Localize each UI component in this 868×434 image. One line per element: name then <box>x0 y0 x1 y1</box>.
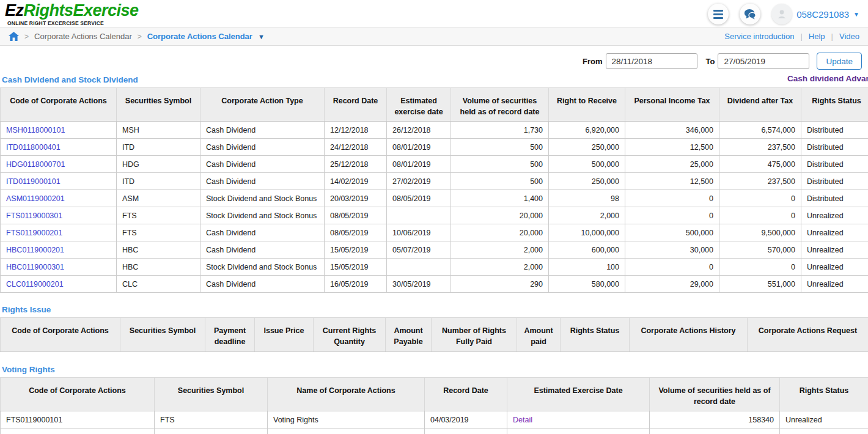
corporate-action-code-link[interactable]: MSH0118000101 <box>6 126 65 134</box>
table-row: HBC0119000201 HBC Cash Dividend 15/05/20… <box>1 241 868 259</box>
exercise-date-cell: 05/07/2019 <box>387 241 451 259</box>
corporate-action-code-link[interactable]: FTS0119000201 <box>6 229 62 237</box>
volume-cell: 2,000 <box>451 241 549 259</box>
corporate-action-code-link[interactable]: FTS0119000301 <box>6 211 62 220</box>
income-tax-cell: 0 <box>625 207 719 224</box>
column-header: Current Rights Quantity <box>314 318 386 351</box>
dividend-table-head: Code of Corporate ActionsSecurities Symb… <box>1 88 868 122</box>
breadcrumb-caret-icon[interactable]: ▼ <box>258 33 265 40</box>
breadcrumb-bar: > Corporate Actions Calendar > Corporate… <box>0 27 868 46</box>
chat-icon[interactable] <box>740 4 760 24</box>
rights-status-cell: Unrealized <box>801 224 868 241</box>
symbol-cell: ASM <box>117 190 200 207</box>
column-header: Payment deadline <box>205 318 255 351</box>
volume-cell: 500 <box>451 139 549 156</box>
breadcrumb-parent-link[interactable]: Corporate Actions Calendar <box>34 32 132 41</box>
code-cell: ITD0118000301 <box>1 428 155 434</box>
right-to-receive-cell: 100 <box>549 259 625 276</box>
table-row: ITD0118000301 ITD Voting Rights 24/12/20… <box>1 428 868 434</box>
breadcrumb-separator: > <box>138 32 142 41</box>
corporate-action-code-link[interactable]: ITD0119000101 <box>6 177 61 186</box>
column-header: Corporate Actions History <box>630 318 748 351</box>
code-cell: FTS0119000301 <box>1 207 117 224</box>
code-cell: MSH0118000101 <box>1 122 117 139</box>
column-header: Securities Symbol <box>155 377 268 411</box>
top-bar: EzRightsExercise ONLINE RIGHT EXCERCISE … <box>0 0 868 27</box>
corporate-action-code-link[interactable]: HDG0118000701 <box>6 160 65 169</box>
table-row: FTS0119000101 FTS Voting Rights 04/03/20… <box>1 411 868 428</box>
action-type-cell: Cash Dividend <box>200 139 325 156</box>
rights-issue-section-header: Rights Issue <box>0 304 868 314</box>
action-type-cell: Cash Dividend <box>200 156 325 173</box>
column-header: Dividend after Tax <box>719 88 801 122</box>
volume-cell: 1,730 <box>451 122 549 139</box>
nav-link[interactable]: Service introduction <box>724 32 794 41</box>
income-tax-cell: 25,000 <box>625 156 719 173</box>
column-header: Corporate Actions Request <box>748 318 868 351</box>
volume-cell: 2,000 <box>451 259 549 276</box>
cash-dividend-advance-link[interactable]: Cash dividend Advance <box>787 74 868 83</box>
rights-status-cell: Unrealized <box>801 276 868 293</box>
nav-link[interactable]: Help <box>794 32 825 41</box>
action-type-cell: Cash Dividend <box>200 276 325 293</box>
income-tax-cell: 12,500 <box>625 139 719 156</box>
corporate-action-code-link[interactable]: ASM0119000201 <box>6 194 65 203</box>
code-cell: CLC0119000201 <box>1 276 117 293</box>
detail-link[interactable]: Detail <box>513 416 532 424</box>
dividend-after-tax-cell: 9,500,000 <box>719 224 801 241</box>
column-header: Corporate Action Type <box>200 88 325 122</box>
right-to-receive-cell: 98 <box>549 190 625 207</box>
detail-cell: Detail <box>507 428 650 434</box>
breadcrumb: > Corporate Actions Calendar > Corporate… <box>9 32 265 41</box>
column-header: Name of Corporate Actions <box>268 377 425 411</box>
corporate-action-code-link[interactable]: HBC0119000201 <box>6 246 64 254</box>
symbol-cell: ITD <box>117 173 200 190</box>
volume-cell: 20,000 <box>451 207 549 224</box>
dividend-after-tax-cell: 6,574,000 <box>719 122 801 139</box>
column-header: Amount Payable <box>386 318 432 351</box>
corporate-action-code-link[interactable]: HBC0119000301 <box>6 263 64 271</box>
rights-status-cell: Unrealized <box>801 207 868 224</box>
corporate-action-code-link[interactable]: CLC0119000201 <box>6 280 64 289</box>
column-header: Rights Status <box>801 88 868 122</box>
column-header: Estimated Exercise Date <box>507 377 650 411</box>
rights-issue-section-title: Rights Issue <box>0 305 51 314</box>
voting-section-header: Voting Rights <box>0 364 868 374</box>
hamburger-icon <box>713 10 723 19</box>
record-date-cell: 20/03/2019 <box>325 190 387 207</box>
exercise-date-cell: 08/01/2019 <box>387 156 451 173</box>
menu-icon[interactable] <box>708 4 729 24</box>
home-icon[interactable] <box>9 32 19 41</box>
table-row: ASM0119000201 ASM Stock Dividend and Sto… <box>1 190 868 207</box>
income-tax-cell: 346,000 <box>625 122 719 139</box>
column-header: Securities Symbol <box>120 318 205 351</box>
rights-status-cell: Unrealized <box>801 259 868 276</box>
rights-status-cell: Distributed <box>801 122 868 139</box>
action-type-cell: Cash Dividend <box>200 173 325 190</box>
action-type-cell: Stock Dividend and Stock Bonus <box>200 259 325 276</box>
record-date-cell: 14/02/2019 <box>325 173 387 190</box>
to-label: To <box>706 57 715 66</box>
logo-prefix: Ez <box>5 1 24 20</box>
dividend-after-tax-cell: 237,500 <box>719 173 801 190</box>
record-date-cell: 12/12/2018 <box>325 122 387 139</box>
code-cell: HBC0119000301 <box>1 259 117 276</box>
breadcrumb-current-link[interactable]: Corporate Actions Calendar <box>147 32 252 41</box>
nav-link[interactable]: Video <box>825 32 859 41</box>
symbol-cell: HDG <box>117 156 200 173</box>
from-date-input[interactable] <box>606 53 697 69</box>
table-row: HDG0118000701 HDG Cash Dividend 25/12/20… <box>1 156 868 173</box>
table-row: FTS0119000201 FTS Cash Dividend 08/05/20… <box>1 224 868 241</box>
voting-section-title: Voting Rights <box>0 365 55 374</box>
column-header: Personal Income Tax <box>625 88 719 122</box>
to-date-input[interactable] <box>718 53 809 69</box>
record-date-cell: 16/05/2019 <box>325 276 387 293</box>
dividend-after-tax-cell: 475,000 <box>719 156 801 173</box>
rights-issue-table-head: Code of Corporate ActionsSecurities Symb… <box>1 318 868 351</box>
user-menu[interactable]: 058C291083 ▼ <box>771 4 859 24</box>
action-type-cell: Stock Dividend and Stock Bonus <box>200 190 325 207</box>
update-button[interactable]: Update <box>817 53 862 70</box>
rights-status-cell: Distributed <box>801 156 868 173</box>
column-header: Record Date <box>325 88 387 122</box>
corporate-action-code-link[interactable]: ITD0118000401 <box>6 143 61 152</box>
